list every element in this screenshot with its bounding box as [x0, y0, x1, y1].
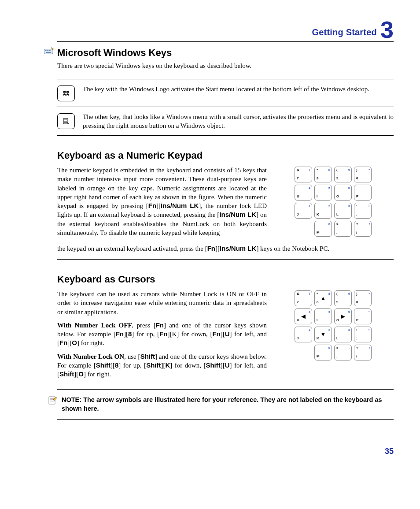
keypad-key: (99 [334, 167, 352, 182]
divider [57, 135, 394, 136]
chapter-number: 3 [380, 18, 394, 41]
keyboard-icon [44, 47, 54, 55]
menu-keycap [57, 113, 75, 129]
note-text: NOTE: The arrow symbols are illustrated … [62, 396, 394, 413]
numeric-body: The numeric keypad is embedded in the ke… [57, 166, 267, 237]
note-block: NOTE: The arrow symbols are illustrated … [48, 396, 394, 413]
keypad-key: *88▲ [314, 290, 332, 306]
keypad-key: &77 [295, 167, 312, 182]
divider [57, 107, 394, 107]
keypad-key: I5 [314, 308, 332, 324]
section-title-cursors: Keyboard as Cursors [57, 273, 394, 286]
keypad-key: O6 [334, 185, 352, 201]
keypad-key: K2▼ [314, 327, 332, 342]
cursors-p3: With Number Lock ON, use [Shift] and one… [57, 352, 267, 379]
keypad-key: L3 [334, 327, 352, 342]
numeric-continuation: the keypad on an external keyboard activ… [57, 244, 394, 253]
svg-rect-2 [47, 50, 48, 51]
menu-key-row: The other key, that looks like a Windows… [57, 112, 394, 130]
divider [57, 389, 394, 390]
section-cursors: Keyboard as Cursors The keyboard can be … [57, 273, 394, 383]
keypad-key: )0* [354, 167, 372, 182]
note-icon [48, 396, 57, 405]
keypad-key: >.. [334, 345, 352, 360]
svg-rect-4 [46, 52, 51, 53]
windows-logo-icon [63, 90, 70, 97]
menu-key-desc: The other key, that looks like a Windows… [83, 112, 394, 130]
keypad-key: P− [354, 185, 372, 201]
svg-rect-3 [49, 50, 51, 51]
keypad-key: U4◀ [295, 308, 312, 324]
keypad-key: *88 [314, 167, 332, 182]
section-title-numeric: Keyboard as a Numeric Keypad [57, 149, 394, 162]
keypad-key: J1 [295, 203, 312, 219]
section-title-windows-keys: Microsoft Windows Keys [57, 46, 394, 59]
numeric-keypad-figure: &77*88(99)0*U4I5O6P−J1K2L3:;+M0>..?// [275, 167, 394, 237]
windows-logo-key-desc: The key with the Windows Logo activates … [83, 85, 394, 93]
svg-rect-1 [45, 50, 47, 51]
keypad-key: )0* [354, 290, 372, 306]
cursors-p2: With Number Lock OFF, press [Fn] and one… [57, 321, 267, 348]
keypad-key: J1 [295, 327, 312, 342]
keypad-key: O6▶ [334, 308, 352, 324]
keypad-key: &77 [295, 290, 312, 306]
page-header: Getting Started 3 [57, 18, 394, 42]
keypad-key: M0 [314, 345, 332, 360]
keypad-key: ?// [354, 221, 372, 237]
divider [57, 259, 394, 260]
keypad-key: L3 [334, 203, 352, 219]
section-intro: There are two special Windows keys on th… [57, 61, 394, 70]
menu-key-icon [63, 118, 69, 124]
header-section-label: Getting Started [312, 26, 377, 38]
divider [57, 419, 394, 420]
keypad-key: K2 [314, 203, 332, 219]
keypad-key: P− [354, 308, 372, 324]
keypad-key: ?// [354, 345, 372, 360]
keypad-key: U4 [295, 185, 312, 201]
section-numeric-keypad: Keyboard as a Numeric Keypad The numeric… [57, 149, 394, 253]
page-number: 35 [44, 446, 394, 457]
keypad-key: I5 [314, 185, 332, 201]
windows-logo-key-row: The key with the Windows Logo activates … [57, 85, 394, 101]
heading-text: Microsoft Windows Keys [57, 47, 172, 58]
cursor-keypad-figure: &77*88▲(99)0*U4◀I5O6▶P−J1K2▼L3:;+M0>..?/… [275, 290, 394, 360]
windows-logo-keycap [57, 85, 75, 101]
keypad-key: M0 [314, 221, 332, 237]
svg-rect-0 [44, 49, 53, 54]
keypad-key: (99 [334, 290, 352, 306]
keypad-key: :;+ [354, 327, 372, 342]
divider [57, 79, 394, 79]
cursors-p1: The keyboard can be used as cursors whil… [57, 290, 267, 316]
keypad-key: :;+ [354, 203, 372, 219]
keypad-key: >.. [334, 221, 352, 237]
